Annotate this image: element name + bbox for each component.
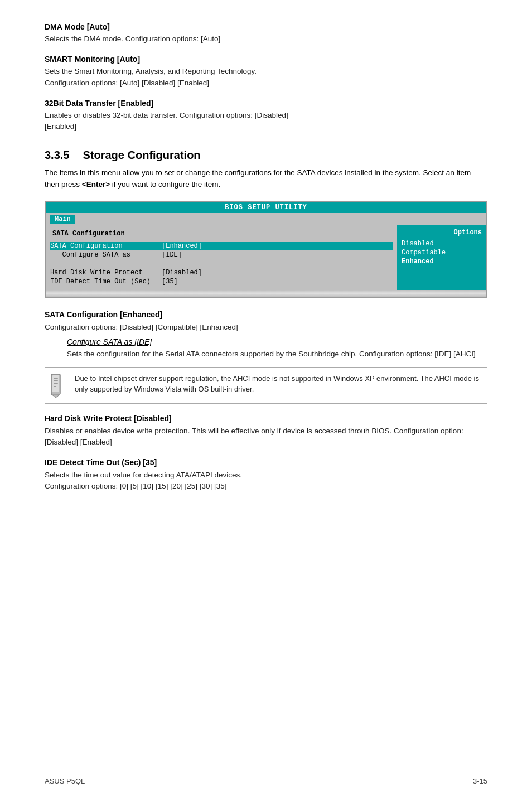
32bit-transfer-section: 32Bit Data Transfer [Enabled] Enables or… [45,99,487,133]
hard-disk-write-protect-body: Disables or enables device write protect… [45,426,487,448]
bios-row-value-3: [Disabled] [162,269,202,277]
configure-sata-block: Configure SATA as [IDE] Sets the configu… [67,337,487,360]
32bit-transfer-heading: 32Bit Data Transfer [Enabled] [45,99,487,108]
smart-monitoring-section: SMART Monitoring [Auto] Sets the Smart M… [45,55,487,89]
bios-right: Options Disabled Compatiable Enhanced [397,225,486,290]
chapter-intro: The items in this menu allow you to set … [45,167,487,191]
ide-detect-heading: IDE Detect Time Out (Sec) [35] [45,458,487,467]
bios-options-title: Options [402,229,482,236]
bios-row-label-0: SATA Configuration [50,242,162,250]
bios-section-label: SATA Configuration [50,229,127,239]
note-text: Due to Intel chipset driver support regu… [75,373,487,395]
bios-row-value-1: [IDE] [162,251,182,259]
bios-body: SATA Configuration SATA Configuration [E… [46,225,486,290]
bios-tab: Main [50,215,75,224]
footer-left: ASUS P5QL [45,777,85,785]
bios-left: SATA Configuration SATA Configuration [E… [46,225,397,290]
bios-option-disabled: Disabled [402,240,482,248]
bios-title-bar: BIOS SETUP UTILITY [46,202,486,213]
svg-rect-3 [54,378,58,379]
sata-config-heading: SATA Configuration [Enhanced] [45,310,487,319]
bios-row-label-3: Hard Disk Write Protect [50,269,162,277]
svg-rect-4 [54,380,58,381]
hard-disk-write-protect-section: Hard Disk Write Protect [Disabled] Disab… [45,414,487,448]
bios-row-label-1: Configure SATA as [50,251,162,259]
svg-marker-2 [51,394,60,398]
bios-row-write-protect: Hard Disk Write Protect [Disabled] [50,269,393,277]
footer-right: 3-15 [473,777,487,785]
bios-row-spacer [50,260,393,268]
sata-config-body: Configuration options: [Disabled] [Compa… [45,322,487,333]
hard-disk-write-protect-heading: Hard Disk Write Protect [Disabled] [45,414,487,423]
bios-row-ide-detect: IDE Detect Time Out (Sec) [35] [50,278,393,286]
chapter-section: 3.3.5Storage Configuration The items in … [45,149,487,191]
bios-option-enhanced: Enhanced [402,258,482,265]
bios-row-value-0: [Enhanced] [162,242,202,250]
configure-sata-label: Configure SATA as [IDE] [67,337,487,346]
smart-monitoring-heading: SMART Monitoring [Auto] [45,55,487,64]
32bit-transfer-body: Enables or disables 32-bit data transfer… [45,110,487,133]
chapter-title: Storage Configuration [83,149,200,161]
bios-row-label-4: IDE Detect Time Out (Sec) [50,278,162,286]
bios-row-value-4: [35] [162,278,178,286]
sata-config-section: SATA Configuration [Enhanced] Configurat… [45,310,487,404]
smart-monitoring-body: Sets the Smart Monitoring, Analysis, and… [45,66,487,89]
bios-row-sata-config: SATA Configuration [Enhanced] [50,242,393,250]
configure-sata-sub-body: Sets the configuration for the Serial AT… [67,349,487,360]
ide-detect-body: Selects the time out value for detecting… [45,470,487,492]
footer: ASUS P5QL 3-15 [45,772,487,785]
svg-rect-5 [54,383,58,384]
svg-rect-6 [54,386,56,387]
configure-sata-italic-label: Configure SATA as [IDE] [67,337,152,346]
ide-detect-section: IDE Detect Time Out (Sec) [35] Selects t… [45,458,487,492]
dma-mode-body: Selects the DMA mode. Configuration opti… [45,33,487,45]
bios-wave [46,290,486,297]
bios-screenshot: BIOS SETUP UTILITY Main SATA Configurati… [45,201,487,298]
bios-row-configure-sata: Configure SATA as [IDE] [50,251,393,259]
chapter-number: 3.3.5 [45,149,69,161]
bios-option-compatiable: Compatiable [402,249,482,257]
pencil-icon [46,373,66,398]
dma-mode-heading: DMA Mode [Auto] [45,22,487,31]
note-box: Due to Intel chipset driver support regu… [45,367,487,404]
dma-mode-section: DMA Mode [Auto] Selects the DMA mode. Co… [45,22,487,45]
chapter-heading: 3.3.5Storage Configuration [45,149,487,162]
note-icon [45,373,67,398]
